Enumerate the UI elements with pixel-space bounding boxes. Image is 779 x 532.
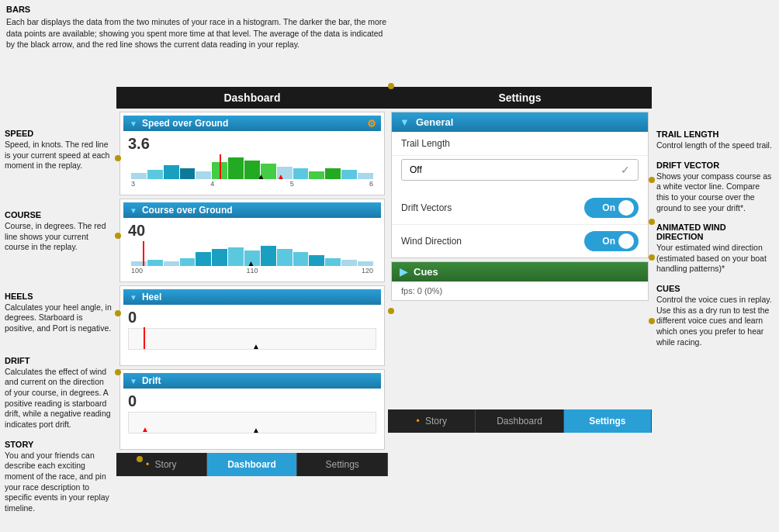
cues-right-title: CUES (656, 284, 774, 293)
speed-histogram: ▲ ▲ 3 4 5 6 (128, 154, 376, 188)
course-annotation-text: Course, in degrees. The red line shows y… (5, 221, 112, 253)
bars-text: Each bar displays the data from the two … (6, 16, 390, 50)
drift-vectors-label: Drift Vectors (401, 202, 452, 213)
drift-vectors-toggle-knob (618, 200, 634, 216)
trail-length-right-text: Control length of the speed trail. (656, 140, 774, 151)
trail-length-row: Trail Length (392, 132, 648, 156)
settings-tab-bar: • Story Dashboard Settings (388, 409, 652, 433)
cues-right-text: Control the voice cues in replay. Use th… (656, 295, 774, 347)
cues-fps-row: fps: 0 (0%) (392, 282, 648, 300)
settings-story-dot: • (416, 416, 419, 427)
wind-direction-label: Wind Direction (401, 236, 462, 247)
connector-dot-course (115, 233, 121, 239)
course-histogram: ▲ 100 110 120 (128, 241, 376, 275)
story-dot: • (146, 459, 149, 470)
drift-vectors-row: Drift Vectors On (392, 192, 648, 225)
connector-dot-bars (388, 83, 394, 89)
trail-length-select[interactable]: Off ✓ (401, 159, 639, 181)
heel-widget-body: 0 ▲ (123, 305, 381, 362)
general-section-title: General (416, 116, 453, 128)
course-axis-2: 110 (246, 267, 258, 275)
dashboard-panel: Dashboard ▼ Speed over Ground ⚙ 3.6 (116, 87, 388, 476)
speed-widget-header: ▼ Speed over Ground ⚙ (123, 116, 381, 131)
speed-widget: ▼ Speed over Ground ⚙ 3.6 (119, 112, 385, 195)
general-section: ▼ General Trail Length Off ✓ Drift Vecto… (391, 112, 649, 258)
drift-vectors-toggle[interactable]: On (584, 198, 639, 218)
course-widget: ▼ Course over Ground 40 (119, 199, 385, 282)
speed-value: 3.6 (128, 134, 376, 153)
course-widget-title: Course over Ground (142, 205, 233, 216)
heels-annotation-text: Calculates your heel angle, in degrees. … (5, 302, 112, 334)
wind-direction-toggle[interactable]: On (584, 231, 639, 251)
settings-tab-settings[interactable]: Settings (564, 409, 652, 433)
course-value: 40 (128, 221, 376, 240)
dashboard-story-label: Story (155, 459, 177, 470)
connector-dot-speed (115, 155, 121, 161)
drift-widget: ▼ Drift 0 ▲ ▲ (119, 369, 385, 450)
settings-dashboard-label: Dashboard (497, 416, 542, 427)
gear-icon[interactable]: ⚙ (367, 118, 376, 130)
drift-widget-header: ▼ Drift (123, 373, 381, 389)
dashboard-tab-dashboard[interactable]: Dashboard (207, 453, 298, 476)
settings-tab-dashboard[interactable]: Dashboard (476, 409, 563, 433)
chevron-icon: ▼ (130, 119, 137, 128)
trail-length-value: Off (410, 164, 422, 175)
settings-settings-label: Settings (589, 416, 625, 427)
dashboard-tab-story[interactable]: • Story (116, 453, 207, 476)
animated-wind-right-title: ANIMATED WIND DIRECTION (656, 223, 774, 241)
course-axis-3: 120 (362, 267, 373, 275)
bars-title: BARS (6, 5, 390, 14)
drift-vectors-toggle-value: On (602, 202, 615, 213)
heel-widget-title: Heel (142, 292, 161, 302)
trail-length-select-container[interactable]: Off ✓ (392, 159, 648, 192)
course-widget-body: 40 (123, 218, 381, 278)
settings-panel: Settings ▼ General Trail Length Off ✓ Dr… (388, 87, 652, 433)
drift-vector-right-title: DRIFT VECTOR (656, 161, 774, 170)
connector-dot-fps (388, 308, 394, 314)
speed-widget-body: 3.6 (123, 131, 381, 192)
connector-dot-wind (649, 254, 655, 261)
dashboard-tab-settings[interactable]: Settings (297, 453, 388, 476)
speed-widget-title: Speed over Ground (142, 118, 228, 129)
course-annotation-title: COURSE (5, 210, 112, 219)
dashboard-settings-label: Settings (326, 459, 359, 470)
settings-tab-story[interactable]: • Story (388, 409, 476, 433)
wind-direction-row: Wind Direction On (392, 225, 648, 257)
heel-histogram: ▲ (128, 328, 376, 359)
heels-annotation-title: HEELS (5, 292, 112, 301)
general-section-header: ▼ General (392, 112, 648, 132)
drift-vector-right-text: Shows your compass course as a white vec… (656, 171, 774, 214)
speed-annotation-title: SPEED (5, 129, 112, 138)
connector-dot-cues (649, 318, 655, 324)
chevron-icon-2: ▼ (130, 206, 137, 215)
cues-section-header: ▶ Cues (392, 262, 648, 282)
connector-dot-heel (115, 310, 121, 316)
general-chevron-icon: ▼ (400, 116, 410, 128)
speed-axis-2: 4 (210, 180, 214, 188)
chevron-icon-3: ▼ (130, 293, 137, 302)
heel-value: 0 (128, 308, 376, 326)
drift-annotation-title: DRIFT (5, 356, 112, 365)
story-annotation-title: STORY (5, 440, 112, 449)
settings-header: Settings (388, 87, 652, 109)
trail-length-right-title: TRAIL LENGTH (656, 130, 774, 139)
connector-dot-trail (649, 177, 655, 183)
story-annotation-text: You and your friends can describe each e… (5, 451, 112, 514)
cues-play-icon: ▶ (400, 266, 407, 278)
drift-widget-body: 0 ▲ ▲ (123, 389, 381, 446)
speed-axis: 3 4 5 6 (128, 180, 376, 188)
connector-dot-story-left (137, 456, 143, 462)
bars-section: BARS Each bar displays the data from the… (0, 0, 396, 55)
heel-widget: ▼ Heel 0 ▲ (119, 285, 385, 366)
chevron-icon-4: ▼ (130, 377, 137, 385)
heel-widget-header: ▼ Heel (123, 289, 381, 305)
wind-direction-toggle-knob (618, 233, 634, 249)
drift-annotation-text: Calculates the effect of wind and curren… (5, 367, 112, 430)
drift-widget-title: Drift (142, 375, 161, 386)
trail-length-label: Trail Length (401, 138, 450, 149)
check-icon: ✓ (621, 164, 630, 176)
left-annotations: SPEED Speed, in knots. The red line is y… (0, 116, 116, 520)
wind-direction-toggle-value: On (602, 236, 615, 247)
dashboard-tab-bar: • Story Dashboard Settings (116, 453, 388, 476)
speed-axis-1: 3 (131, 180, 135, 188)
